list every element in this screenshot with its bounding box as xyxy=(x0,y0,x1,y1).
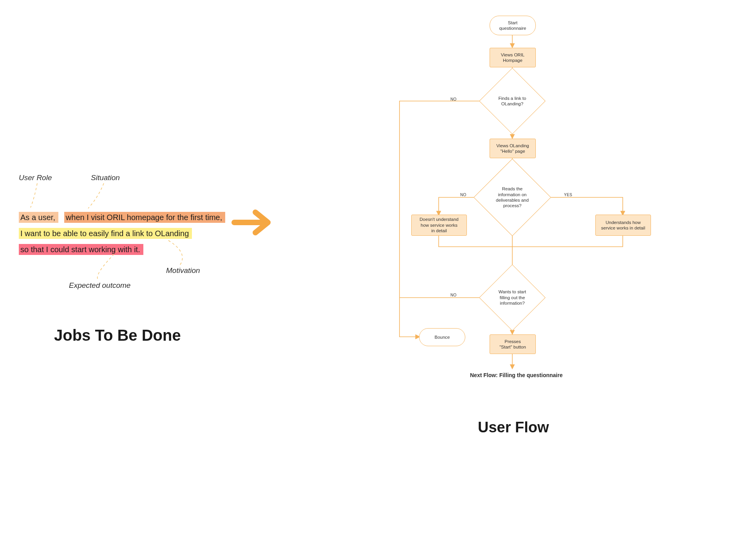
node-understands-text: Understands howservice works in detail xyxy=(601,220,645,231)
node-presses-start: Presses"Start" button xyxy=(490,334,536,354)
node-bounce: Bounce xyxy=(419,328,465,346)
node-views-hello-text: Views OLanding"Hello" page xyxy=(496,143,529,154)
node-finds-link-text: Finds a link toOLanding? xyxy=(496,96,529,107)
node-reads-info: Reads theinformation ondeliverables andp… xyxy=(485,170,540,225)
annotation-connectors xyxy=(0,0,235,298)
node-doesnt-understand: Doesn't understandhow service worksin de… xyxy=(411,215,467,236)
jtbd-title: Jobs To Be Done xyxy=(54,327,181,344)
userflow-canvas: NO YES NO YES NO YES Startquestionnaire … xyxy=(282,8,744,446)
node-start: Startquestionnaire xyxy=(490,16,536,35)
edge-label-yes-2: YES xyxy=(564,193,572,197)
node-understands: Understands howservice works in detail xyxy=(595,215,651,236)
transition-arrow-icon xyxy=(231,207,274,238)
node-doesnt-understand-text: Doesn't understandhow service worksin de… xyxy=(419,217,458,233)
node-views-homepage-text: Views ORILHompage xyxy=(501,52,525,63)
node-wants-start-text: Wants to startfilling out theinformation… xyxy=(496,289,529,306)
node-views-hello: Views OLanding"Hello" page xyxy=(490,139,536,158)
node-start-text: Startquestionnaire xyxy=(499,20,526,31)
diagram-root: User Role Situation As a user, when I vi… xyxy=(0,0,752,560)
node-presses-start-text: Presses"Start" button xyxy=(499,339,526,350)
node-wants-start: Wants to startfilling out theinformation… xyxy=(489,274,536,321)
node-finds-link: Finds a link toOLanding? xyxy=(489,78,536,125)
node-bounce-text: Bounce xyxy=(434,334,450,340)
edge-label-no-3: NO xyxy=(450,293,457,297)
node-views-homepage: Views ORILHompage xyxy=(490,48,536,67)
edge-label-no-1: NO xyxy=(450,97,457,101)
userflow-title: User Flow xyxy=(478,419,549,436)
next-flow-label: Next Flow: Filling the questionnaire xyxy=(470,372,562,378)
edge-label-no-2: NO xyxy=(460,193,466,197)
node-reads-info-text: Reads theinformation ondeliverables andp… xyxy=(494,186,531,209)
